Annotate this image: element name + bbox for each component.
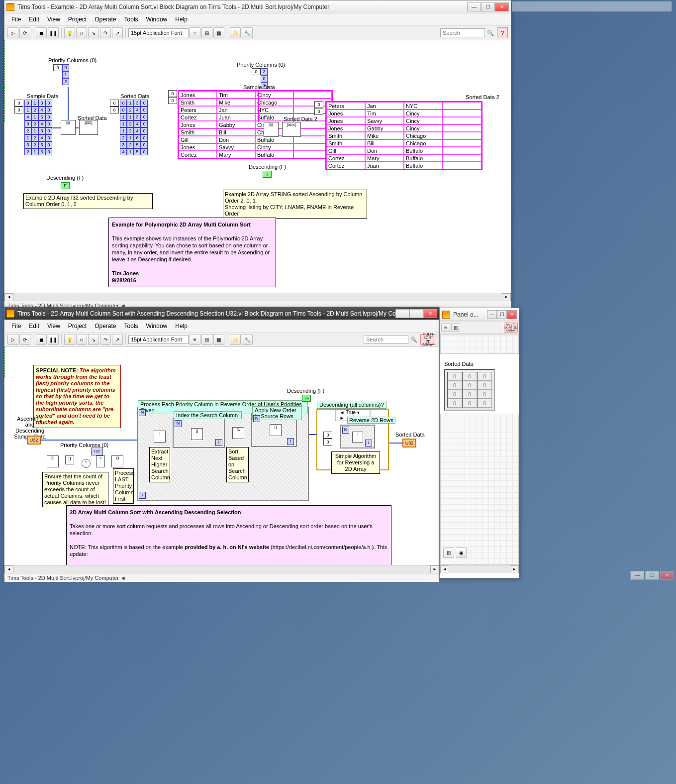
const-array[interactable]: 00 <box>323 432 332 446</box>
search-input[interactable] <box>364 335 408 344</box>
stop-button[interactable]: ◼ <box>36 27 47 38</box>
for-loop-index[interactable]: Index the Search Column N [] i <box>173 418 225 448</box>
highlight-button[interactable]: 💡 <box>64 27 75 38</box>
scrollbar-h-1[interactable] <box>4 293 511 301</box>
step-over-button[interactable]: ↷ <box>100 334 111 345</box>
font-select[interactable]: 15pt Application Font <box>128 28 189 37</box>
cleanup-button[interactable]: ✨ <box>230 334 241 345</box>
search-icon[interactable]: 🔍 <box>487 30 494 36</box>
run-cont-button[interactable]: ⟳ <box>19 334 30 345</box>
distribute-button[interactable]: ⊞ <box>201 27 212 38</box>
sorted-data-2-table[interactable]: PetersJanNYCJonesTimCincyJonesSavvyCincy… <box>325 101 483 170</box>
priority-cols-ctrl[interactable]: I32 <box>91 448 103 455</box>
context-help-icon[interactable]: ? <box>497 27 508 38</box>
menu-project[interactable]: Project <box>64 14 91 24</box>
search-input[interactable] <box>440 28 485 37</box>
descending-2-bool[interactable]: T <box>263 171 272 178</box>
close-button[interactable]: ✕ <box>423 309 437 318</box>
reorder-button[interactable]: ▦ <box>213 334 224 345</box>
menu-operate[interactable]: Operate <box>91 321 120 331</box>
menu-operate[interactable]: Operate <box>91 14 120 24</box>
run-button[interactable]: ▷ <box>7 27 18 38</box>
menu-edit[interactable]: Edit <box>25 321 43 331</box>
titlebar-2[interactable]: Tims Tools - 2D Array Multi Column Sort … <box>4 307 439 320</box>
minimize-button[interactable]: — <box>467 2 481 11</box>
array-subset-node[interactable]: ⊟ <box>111 455 123 467</box>
retain-button[interactable]: ⎌ <box>76 334 87 345</box>
sort-subvi-1[interactable]: ▤ <box>61 120 76 135</box>
align-button[interactable]: ≡ <box>441 323 450 332</box>
probe-icon[interactable]: ◉ <box>456 547 467 558</box>
menu-help[interactable]: Help <box>171 14 192 24</box>
step-out-button[interactable]: ↗ <box>112 27 123 38</box>
menu-tools[interactable]: Tools <box>120 321 142 331</box>
sample-data-2-table[interactable]: JonesTimCincySmithMikeChicagoPetersJanNY… <box>178 90 333 159</box>
index-array-node-2[interactable]: [] <box>270 424 282 436</box>
case-structure[interactable]: ◄ True ▾ ► Reverse 2D Rows N ↕ i 00 Simp… <box>316 409 389 470</box>
titlebar-3[interactable]: Panel o... — ☐ ✕ <box>440 308 519 321</box>
step-in-button[interactable]: ↘ <box>88 27 99 38</box>
run-cont-button[interactable]: ⟳ <box>19 27 30 38</box>
less-node[interactable]: < <box>82 459 91 468</box>
select-node[interactable]: ? <box>96 455 105 467</box>
sort-node[interactable]: ⇅ <box>232 427 244 439</box>
sample-data-ctrl[interactable]: U32 <box>27 436 41 445</box>
priority-cols-1-ctrl[interactable]: 0 012 <box>53 64 69 85</box>
menu-window[interactable]: Window <box>142 321 172 331</box>
retain-button[interactable]: ⎌ <box>76 27 87 38</box>
align-button[interactable]: ≡ <box>190 334 200 345</box>
sorted-data-1-table[interactable]: 01300240113012401240216032504150 <box>120 100 148 155</box>
text-settings-button[interactable]: 🔧 <box>242 27 253 38</box>
sorted-data-fp-table[interactable]: 000000000000 <box>444 369 495 411</box>
sorted-data-2-idx[interactable]: 00 <box>314 101 323 115</box>
distribute-button[interactable]: ⊞ <box>201 334 212 345</box>
menu-file[interactable]: File <box>7 14 25 24</box>
run-button[interactable]: ▷ <box>7 334 18 345</box>
maximize-button[interactable]: ☐ <box>497 310 507 319</box>
menu-view[interactable]: View <box>43 321 64 331</box>
sample-data-1-idx[interactable]: 00 <box>14 100 23 113</box>
maximize-button[interactable]: ☐ <box>481 2 495 11</box>
menu-tools[interactable]: Tools <box>120 14 142 24</box>
menu-window[interactable]: Window <box>142 14 172 24</box>
descending-ctrl[interactable]: TF <box>302 395 311 402</box>
reverse-array-node[interactable]: ↕ <box>154 431 166 443</box>
menu-project[interactable]: Project <box>64 321 91 331</box>
align-button[interactable]: ≡ <box>190 27 200 38</box>
for-loop-process[interactable]: Process Each Priority Column in Reverse … <box>137 407 309 501</box>
pause-button[interactable]: ❚❚ <box>48 334 59 345</box>
sample-data-2-idx[interactable]: 00 <box>168 90 177 104</box>
step-in-button[interactable]: ↘ <box>88 334 99 345</box>
scrollbar-h-2[interactable] <box>4 565 439 573</box>
stop-button[interactable]: ◼ <box>36 334 47 345</box>
minimize-button[interactable]: — <box>487 310 497 319</box>
maximize-button[interactable]: ☐ <box>409 309 423 318</box>
font-select[interactable]: 15pt Application Font <box>128 335 189 344</box>
for-loop-apply[interactable]: Apply New Order to Source Rows N [] i <box>251 413 297 447</box>
cleanup-button[interactable]: ✨ <box>230 27 241 38</box>
sorted-data-2-ind[interactable]: [abc] <box>282 122 301 137</box>
array-size-node[interactable]: ⊡ <box>47 455 59 467</box>
highlight-button[interactable]: 💡 <box>64 334 75 345</box>
index-array-node[interactable]: [] <box>191 428 203 440</box>
front-panel[interactable]: Sorted Data 000000000000 ⊞ ◉ <box>440 334 519 573</box>
distribute-button[interactable]: ⊞ <box>451 323 460 332</box>
descending-1-bool[interactable]: F <box>61 182 70 189</box>
sort-subvi-2[interactable]: ▤ <box>264 122 279 137</box>
scrollbar-h-3[interactable] <box>440 565 519 573</box>
menu-help[interactable]: Help <box>171 321 192 331</box>
vi-icon[interactable]: MULTI-SORT 2D ARRAY <box>504 323 518 333</box>
menu-file[interactable]: File <box>7 321 25 331</box>
text-settings-button[interactable]: 🔧 <box>242 334 253 345</box>
menu-edit[interactable]: Edit <box>25 14 43 24</box>
for-loop-reverse[interactable]: N ↕ i <box>340 425 375 448</box>
block-diagram-2[interactable]: SPECIAL NOTE: The algorithm works throug… <box>4 347 439 573</box>
step-out-button[interactable]: ↗ <box>112 334 123 345</box>
menu-view[interactable]: View <box>43 14 64 24</box>
sorted-data-1-idx[interactable]: 00 <box>110 100 119 113</box>
minimize-button[interactable]: — <box>395 309 409 318</box>
pause-button[interactable]: ❚❚ <box>48 27 59 38</box>
step-over-button[interactable]: ↷ <box>100 27 111 38</box>
close-button[interactable]: ✕ <box>507 310 517 319</box>
sample-data-1-table[interactable]: 01301240415002402130124032502160 <box>24 100 52 155</box>
